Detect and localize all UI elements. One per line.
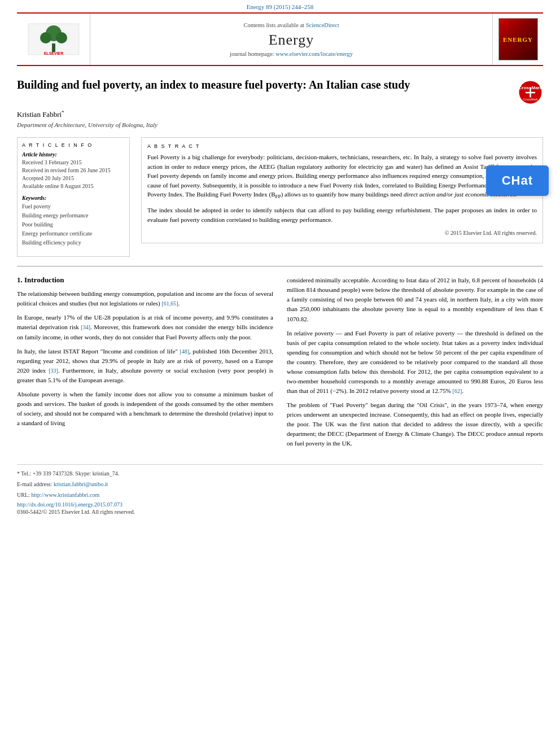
- article-footer: * Tel.: +39 339 7437328. Skype: kristian…: [17, 464, 543, 515]
- abstract-text: Fuel Poverty is a big challenge for ever…: [147, 152, 537, 237]
- accepted-date: Accepted 20 July 2015: [22, 174, 125, 182]
- author-affiliation: Department of Architecture, University o…: [17, 121, 543, 128]
- title-section: Building and fuel poverty, an index to m…: [17, 77, 543, 105]
- svg-text:CrossMark: CrossMark: [523, 98, 538, 101]
- journal-citation: Energy 89 (2015) 244–258: [0, 0, 560, 12]
- main-left-col: 1. Introduction The relationship between…: [17, 276, 273, 453]
- sciencedirect-link[interactable]: ScienceDirect: [306, 22, 339, 28]
- chat-button[interactable]: CHat: [486, 165, 549, 196]
- homepage-line: journal homepage: www.elsevier.com/locat…: [230, 51, 353, 57]
- svg-text:ELSEVIER: ELSEVIER: [43, 51, 63, 55]
- crossmark-badge: CrossMark CrossMark: [518, 80, 543, 105]
- abstract-box: A B S T R A C T Fuel Poverty is a big ch…: [141, 137, 543, 243]
- ref-62[interactable]: [62]: [453, 388, 462, 394]
- doi-link[interactable]: http://dx.doi.org/10.1016/j.energy.2015.…: [17, 501, 123, 508]
- abstract-para-2: The index should be adopted in order to …: [147, 206, 537, 224]
- abstract-col: A B S T R A C T Fuel Poverty is a big ch…: [141, 137, 543, 257]
- ref-61-65[interactable]: [61,65]: [161, 300, 178, 307]
- copyright-notice: © 2015 Elsevier Ltd. All rights reserved…: [147, 229, 537, 237]
- ref-34[interactable]: [34]: [81, 324, 90, 330]
- svg-point-4: [56, 32, 67, 43]
- intro-paragraph-2: In Europe, nearly 17% of the UE-28 popul…: [17, 313, 273, 342]
- section-divider: [17, 266, 543, 267]
- article-title: Building and fuel poverty, an index to m…: [17, 77, 509, 92]
- doi-line: http://dx.doi.org/10.1016/j.energy.2015.…: [17, 501, 543, 508]
- intro-paragraph-4: Absolute poverty is when the family inco…: [17, 390, 273, 428]
- energy-cover-image: ENERGY: [498, 18, 538, 60]
- ref-48[interactable]: [48]: [180, 348, 189, 355]
- footer-email-link[interactable]: kristian.fabbri@unibo.it: [54, 481, 108, 487]
- journal-title: Energy: [269, 32, 314, 49]
- keywords-list: Fuel poverty Building energy performance…: [22, 202, 125, 247]
- article-history: Article history: Received 3 February 201…: [22, 151, 125, 190]
- right-paragraph-2: In relative poverty — and Fuel Poverty i…: [287, 329, 543, 396]
- article-info-heading: A R T I C L E I N F O: [22, 142, 125, 148]
- history-label: Article history:: [22, 151, 125, 158]
- right-paragraph-3: The problem of "Fuel Poverty" began duri…: [287, 400, 543, 448]
- keyword-5: Building efficiency policy: [22, 238, 125, 247]
- keyword-1: Fuel poverty: [22, 202, 125, 211]
- article-info-box: A R T I C L E I N F O Article history: R…: [17, 137, 130, 257]
- svg-point-3: [40, 32, 51, 43]
- keyword-2: Building energy performance: [22, 211, 125, 220]
- intro-paragraph-3: In Italy, the latest ISTAT Report "Incom…: [17, 347, 273, 385]
- main-right-col: considered minimally acceptable. Accordi…: [287, 276, 543, 453]
- intro-paragraph-1: The relationship between building energy…: [17, 289, 273, 308]
- author-name: Kristian Fabbri*: [17, 110, 543, 119]
- journal-homepage-link[interactable]: www.elsevier.com/locate/energy: [275, 51, 353, 57]
- keyword-4: Energy performance certificate: [22, 229, 125, 238]
- citation-text: Energy 89 (2015) 244–258: [247, 3, 314, 10]
- publisher-logo: ELSEVIER: [17, 14, 90, 65]
- abstract-heading: A B S T R A C T: [147, 143, 537, 149]
- footer-url-line: URL: http://www.kristianfabbri.com: [17, 491, 543, 499]
- intro-heading: 1. Introduction: [17, 276, 273, 285]
- abstract-para-1: Fuel Poverty is a big challenge for ever…: [147, 152, 537, 201]
- revised-date: Received in revised form 26 June 2015: [22, 167, 125, 174]
- journal-center-info: Contents lists available at ScienceDirec…: [90, 14, 492, 65]
- available-date: Available online 8 August 2015: [22, 182, 125, 190]
- info-abstract-section: A R T I C L E I N F O Article history: R…: [17, 137, 543, 257]
- keyword-3: Poor building: [22, 220, 125, 229]
- journal-header: ELSEVIER Contents lists available at Sci…: [17, 12, 543, 66]
- issn-line: 0360-5442/© 2015 Elsevier Ltd. All right…: [17, 509, 543, 515]
- ref-33[interactable]: [33]: [49, 368, 58, 374]
- journal-cover: ENERGY: [492, 14, 543, 65]
- keywords-group: Keywords: Fuel poverty Building energy p…: [22, 195, 125, 247]
- article-info-col: A R T I C L E I N F O Article history: R…: [17, 137, 130, 257]
- right-paragraph-1: considered minimally acceptable. Accordi…: [287, 276, 543, 324]
- footer-contact: * Tel.: +39 339 7437328. Skype: kristian…: [17, 469, 543, 478]
- footer-url-link[interactable]: http://www.kristianfabbri.com: [31, 492, 99, 498]
- received-date: Received 3 February 2015: [22, 159, 125, 167]
- article-container: Building and fuel poverty, an index to m…: [17, 77, 543, 515]
- footer-email-line: E-mail address: kristian.fabbri@unibo.it: [17, 480, 543, 488]
- contents-available-text: Contents lists available at ScienceDirec…: [243, 22, 339, 28]
- main-content: 1. Introduction The relationship between…: [17, 276, 543, 453]
- svg-rect-1: [52, 43, 55, 52]
- elsevier-logo-svg: ELSEVIER: [25, 21, 82, 58]
- keywords-label: Keywords:: [22, 195, 125, 201]
